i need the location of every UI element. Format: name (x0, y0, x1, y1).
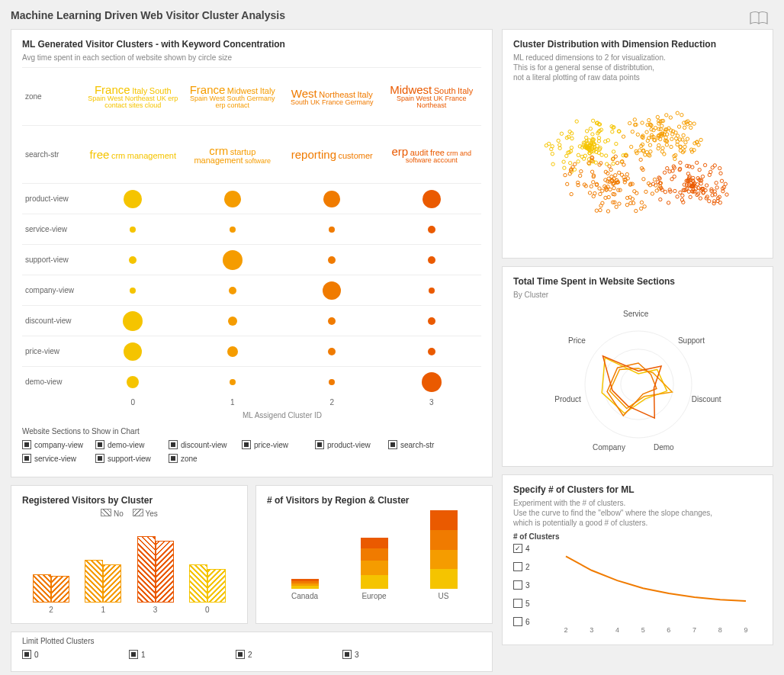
checkbox-icon (22, 454, 31, 463)
svg-point-479 (689, 195, 692, 198)
svg-point-318 (640, 201, 643, 204)
scatter-chart[interactable] (513, 87, 762, 247)
svg-point-277 (599, 208, 602, 211)
filter-company-view[interactable]: company-view (22, 440, 95, 449)
svg-point-231 (636, 133, 639, 136)
svg-point-274 (642, 178, 645, 181)
svg-point-33 (612, 162, 615, 165)
checkbox-icon (95, 440, 104, 449)
svg-point-224 (670, 137, 673, 140)
cluster-count-options: 42356 (513, 544, 544, 635)
limit-cluster-3[interactable]: 3 (342, 650, 449, 659)
svg-point-296 (590, 185, 593, 188)
registered-chart[interactable]: 2130 (22, 522, 236, 614)
checkbox-icon (513, 544, 522, 553)
svg-point-302 (598, 187, 601, 190)
limit-filter-row: 0123 (22, 650, 481, 664)
cluster-option-5[interactable]: 5 (513, 599, 544, 608)
svg-point-236 (684, 141, 687, 144)
hatch-icon (101, 509, 111, 516)
svg-point-177 (670, 145, 673, 148)
svg-point-260 (590, 170, 593, 173)
svg-point-281 (595, 209, 598, 212)
svg-point-469 (663, 171, 666, 174)
filter-demo-view[interactable]: demo-view (95, 440, 169, 449)
svg-point-183 (683, 145, 686, 148)
scatter-title: Cluster Distribution with Dimension Redu… (513, 39, 762, 50)
filter-price-view[interactable]: price-view (242, 440, 315, 449)
svg-point-356 (625, 203, 628, 206)
svg-point-410 (703, 163, 706, 166)
checkbox-icon (236, 650, 245, 659)
radar-title: Total Time Spent in Website Sections (513, 276, 762, 287)
scatter-panel: Cluster Distribution with Dimension Redu… (502, 29, 773, 259)
svg-point-472 (718, 201, 721, 204)
filter-support-view[interactable]: support-view (95, 454, 169, 463)
svg-point-61 (548, 142, 551, 145)
region-chart[interactable]: CanadaEuropeUS (267, 509, 481, 600)
svg-point-117 (577, 153, 580, 156)
svg-point-222 (677, 125, 680, 128)
checkbox-icon (513, 562, 522, 571)
svg-point-245 (643, 205, 646, 208)
cluster-option-4[interactable]: 4 (513, 544, 544, 553)
svg-point-243 (604, 196, 607, 199)
svg-point-456 (691, 166, 694, 169)
elbow-chart[interactable]: 23456789 (550, 544, 762, 635)
svg-point-286 (608, 165, 611, 168)
svg-point-101 (557, 139, 560, 142)
svg-point-313 (607, 195, 610, 198)
filter-discount-view[interactable]: discount-view (169, 440, 242, 449)
svg-point-156 (631, 130, 634, 133)
svg-text:9: 9 (744, 626, 747, 634)
filter-product-view[interactable]: product-view (315, 440, 388, 449)
svg-point-18 (575, 120, 578, 123)
svg-point-91 (551, 153, 554, 156)
svg-point-149 (647, 118, 651, 121)
svg-point-123 (683, 126, 686, 129)
checkbox-icon (169, 440, 178, 449)
filter-search-str[interactable]: search-str (388, 440, 461, 449)
svg-point-42 (612, 150, 615, 153)
svg-point-455 (676, 195, 679, 198)
svg-point-371 (701, 175, 704, 178)
svg-point-373 (718, 166, 721, 169)
region-panel: # of Visitors by Region & Cluster Canada… (255, 485, 493, 624)
svg-point-126 (641, 121, 644, 124)
cluster-option-6[interactable]: 6 (513, 617, 544, 626)
svg-point-311 (633, 190, 636, 193)
section-filter-title: Website Sections to Show in Chart (22, 427, 481, 436)
limit-cluster-2[interactable]: 2 (236, 650, 342, 659)
svg-point-65 (562, 160, 565, 163)
elbow-section-label: # of Clusters (513, 532, 762, 541)
cluster-option-2[interactable]: 2 (513, 562, 544, 571)
checkbox-icon (95, 454, 104, 463)
svg-point-295 (612, 186, 615, 189)
svg-point-433 (696, 186, 699, 189)
bubble-panel-title: ML Generated Visitor Clusters - with Key… (22, 39, 481, 50)
filter-zone[interactable]: zone (169, 454, 242, 463)
bubble-chart[interactable]: zoneFrance Italy South Spain West Northe… (22, 67, 481, 419)
book-icon[interactable] (749, 11, 769, 27)
svg-point-107 (560, 132, 563, 135)
svg-point-262 (609, 168, 612, 171)
filter-service-view[interactable]: service-view (22, 454, 95, 463)
svg-text:7: 7 (692, 626, 696, 634)
svg-point-55 (570, 146, 573, 149)
svg-point-344 (580, 169, 583, 172)
cluster-option-3[interactable]: 3 (513, 580, 544, 590)
svg-point-174 (648, 143, 651, 146)
svg-point-114 (585, 130, 588, 133)
limit-cluster-0[interactable]: 0 (22, 650, 129, 659)
svg-point-197 (660, 124, 664, 127)
legend-no: No (114, 509, 124, 518)
radar-chart[interactable]: ServiceSupportDiscountDemoCompanyProduct… (513, 304, 762, 457)
svg-point-467 (658, 177, 661, 180)
svg-point-44 (585, 136, 588, 139)
region-title: # of Visitors by Region & Cluster (267, 495, 481, 506)
svg-text:5: 5 (641, 626, 645, 634)
svg-point-195 (629, 145, 632, 148)
svg-marker-487 (603, 356, 662, 418)
limit-cluster-1[interactable]: 1 (129, 650, 236, 659)
svg-point-83 (551, 162, 554, 166)
